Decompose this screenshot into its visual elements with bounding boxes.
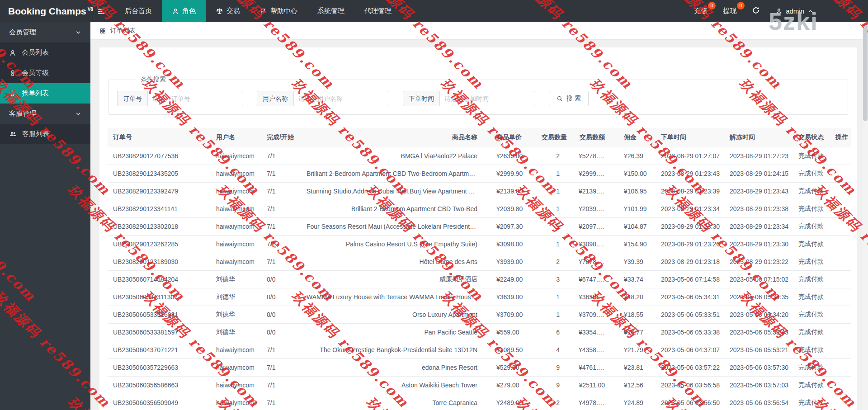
table-row[interactable]: UB2305060356586663 haiwaiymcom 7/1 Aston… [108, 376, 851, 394]
search-field-input[interactable] [439, 91, 535, 106]
table-cell: ¥559.00 [491, 323, 536, 341]
table-cell: 2 [536, 147, 573, 165]
search-row: 订单号 用户名称 下单时间 [117, 91, 840, 106]
table-row[interactable]: UB2308290123341141 haiwaiymcom 7/1 Brill… [108, 200, 851, 217]
top-menu-item[interactable]: 交易 [206, 0, 250, 22]
top-menu-item[interactable]: 代理管理 [354, 0, 401, 22]
person-icon [9, 49, 16, 57]
table-row[interactable]: UB2305060533381597 刘德华 0/0 Pan Pacific S… [108, 323, 851, 341]
table-row[interactable]: UB2305060534311307 刘德华 0/0 WAMMA Luxury … [108, 288, 851, 306]
table-cell: UB2305060714584204 [108, 270, 211, 288]
table-cell: 2023-08-29 01:23:34 [656, 200, 724, 217]
table-cell: ¥5278.00 [573, 147, 618, 165]
table-cell: 完成付款 [793, 217, 830, 235]
table-cell: 威廉斯堡酒店 [301, 270, 491, 288]
sidebar-group-items: 客服列表 [0, 124, 90, 144]
scrollbar[interactable] [863, 22, 868, 410]
table-cell: 2023-08-29 01:24:15 [724, 165, 793, 182]
search-field: 订单号 [117, 91, 243, 106]
top-menu-item[interactable]: 角色 [162, 0, 206, 22]
table-cell: 2023-05-06 03:56:58 [656, 376, 724, 394]
table-cell: 完成付款 [793, 182, 830, 200]
table-row[interactable]: UB2308290123435205 haiwaiymcom 7/1 Brill… [108, 165, 851, 182]
table-cell: haiwaiymcom [211, 235, 261, 253]
sidebar-group-header[interactable]: 会员管理 [0, 22, 90, 42]
table-cell: ¥154.90 [618, 235, 656, 253]
breadcrumb: 订单列表 [90, 22, 868, 39]
search-field-input[interactable] [293, 91, 389, 106]
table-row[interactable]: UB2305060437071221 haiwaiymcom 7/1 The O… [108, 341, 851, 358]
table-cell: 2023-05-06 04:37:07 [656, 341, 724, 358]
table-cell: 完成付款 [793, 165, 830, 182]
table-row[interactable]: UB2308290123392479 haiwaiymcom 7/1 Stunn… [108, 182, 851, 200]
table-cell [830, 376, 851, 394]
search-field-input[interactable] [147, 91, 243, 106]
table-cell: Pan Pacific Seattle [301, 323, 491, 341]
search-button[interactable]: 搜 索 [549, 91, 589, 106]
search-legend: 条件搜索 [136, 75, 170, 84]
table-cell: 9 [536, 376, 573, 394]
column-header: 交易数额 [573, 128, 618, 147]
content-card: 条件搜索 订单号 用户名称 [99, 47, 857, 410]
table-cell: 7/1 [261, 200, 301, 217]
sidebar-item[interactable]: 抢单列表 [0, 83, 90, 104]
table-cell: ¥18.20 [618, 288, 656, 306]
table-row[interactable]: UB2308290123189030 haiwaiymcom 7/1 Hôtel… [108, 253, 851, 270]
top-menu-item[interactable]: 帮助中心 [250, 0, 307, 22]
sidebar-item-label: 会员列表 [22, 48, 49, 57]
search-fields: 订单号 用户名称 下单时间 [117, 91, 549, 106]
sidebar-item[interactable]: 会员列表 [0, 42, 90, 63]
recharge-button[interactable]: 充值 0 [694, 7, 708, 15]
top-menu-item[interactable]: 后台首页 [115, 0, 162, 22]
table-cell: 2023-05-06 05:34:20 [724, 306, 793, 323]
refresh-button[interactable] [752, 6, 760, 16]
recharge-badge: 0 [708, 2, 716, 9]
table-cell: ¥4978.00 [573, 394, 618, 410]
table-row[interactable]: UB2305060357229663 haiwaiymcom 7/1 edona… [108, 358, 851, 376]
table-cell: haiwaiymcom [211, 165, 261, 182]
table-cell [830, 165, 851, 182]
sidebar-item[interactable]: 客服列表 [0, 124, 90, 144]
table-cell: 完成付款 [793, 147, 830, 165]
table-cell: Brilliant 2-Bedroom Apartment CBD Two-Be… [301, 200, 491, 217]
table-cell: haiwaiymcom [211, 341, 261, 358]
table-cell: 2 [536, 394, 573, 410]
scrollbar-thumb[interactable] [863, 24, 868, 121]
table-cell: Four Seasons Resort Maui (Accessible Lok… [301, 217, 491, 235]
page-title: 订单列表 [110, 27, 136, 35]
table-row[interactable]: UB2308290123262285 haiwaiymcom 7/1 Palms… [108, 235, 851, 253]
table-cell [830, 288, 851, 306]
sidebar-group-header[interactable]: 客服管理 [0, 104, 90, 124]
sidebar-toggle-button[interactable] [90, 0, 112, 22]
table-body: UB2308290127077536 haiwaiymcom 7/1 BMGA … [108, 147, 851, 410]
column-header: 订单号 [108, 128, 211, 147]
column-header: 交易状态 [793, 128, 830, 147]
table-row[interactable]: UB2305060714584204 刘德华 0/0 威廉斯堡酒店 ¥2249.… [108, 270, 851, 288]
person-icon [775, 8, 783, 15]
table-cell: 2023-08-29 01:23:34 [724, 217, 793, 235]
table-cell: 2023-08-29 01:23:30 [724, 235, 793, 253]
table-cell: Aston Waikiki Beach Tower [301, 376, 491, 394]
table-cell: 7/1 [261, 235, 301, 253]
table-cell: ¥2039.80 [573, 200, 618, 217]
table-row[interactable]: UB2305060533516881 刘德华 0/0 Orso Luxury A… [108, 306, 851, 323]
top-menu-item[interactable]: 系统管理 [307, 0, 354, 22]
table-cell: ¥3639.00 [491, 288, 536, 306]
table-cell: ¥1089.50 [491, 341, 536, 358]
table-cell: 7/1 [261, 253, 301, 270]
person-icon [172, 8, 179, 15]
withdraw-button[interactable]: 提现 0 [723, 7, 736, 15]
table-cell: 7/1 [261, 182, 301, 200]
user-menu[interactable]: admin [775, 7, 814, 15]
top-menu-item-label: 系统管理 [317, 7, 344, 15]
table-row[interactable]: UB2305060356509049 haiwaiymcom 7/1 Torre… [108, 394, 851, 410]
table-cell: 2023-05-06 03:57:30 [724, 358, 793, 376]
table-row[interactable]: UB2308290123302018 haiwaiymcom 7/1 Four … [108, 217, 851, 235]
table-cell: 9 [536, 358, 573, 376]
table-cell: 7/1 [261, 217, 301, 235]
table-cell: 2023-08-29 01:27:07 [656, 147, 724, 165]
table-row[interactable]: UB2308290127077536 haiwaiymcom 7/1 BMGA … [108, 147, 851, 165]
sidebar-item[interactable]: 会员等级 [0, 63, 90, 83]
table-cell: 6 [536, 323, 573, 341]
table-cell: haiwaiymcom [211, 200, 261, 217]
